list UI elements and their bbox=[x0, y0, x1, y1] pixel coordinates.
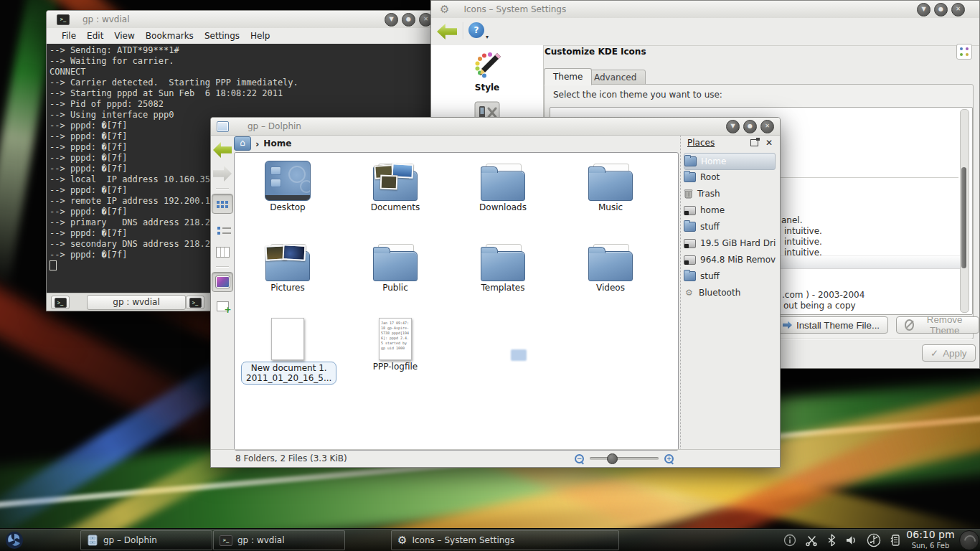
system-tray bbox=[783, 529, 901, 551]
zoom-out-icon[interactable]: − bbox=[575, 454, 584, 463]
dolphin-statusbar: 8 Folders, 2 Files (3.3 KiB) − + bbox=[211, 449, 780, 467]
close-panel-icon[interactable]: ✕ bbox=[765, 138, 773, 148]
select-theme-label: Select the icon theme you want to use: bbox=[553, 90, 722, 100]
place-stuff-2[interactable]: stuff bbox=[684, 268, 776, 284]
file-item-music[interactable]: Music bbox=[564, 154, 657, 212]
maximize-button[interactable]: ● bbox=[402, 13, 415, 27]
dolphin-titlebar[interactable]: gp – Dolphin ▼ ● ✕ bbox=[211, 118, 780, 136]
terminal-tab[interactable]: gp : wvdial bbox=[87, 295, 186, 310]
device-notifier-icon[interactable] bbox=[867, 533, 881, 547]
gear-icon: ⚙ bbox=[397, 534, 407, 547]
menu-view[interactable]: View bbox=[114, 31, 134, 41]
file-item-label: Videos bbox=[564, 283, 657, 293]
battery-icon[interactable] bbox=[890, 533, 901, 547]
place-stuff[interactable]: stuff bbox=[684, 219, 776, 235]
dolphin-icon bbox=[87, 534, 98, 546]
document-icon bbox=[271, 318, 304, 360]
clock-time: 06:10 pm bbox=[903, 529, 958, 540]
task-system-settings[interactable]: ⚙ Icons – System Settings bbox=[391, 530, 619, 550]
tab-theme[interactable]: Theme bbox=[544, 68, 592, 85]
file-item-ppp-logfile[interactable]: Jan 17 09:47:18 gp-Aspire-5738 pppd[1946… bbox=[349, 313, 442, 372]
remove-theme-button[interactable]: Remove Theme bbox=[896, 316, 979, 334]
volume-icon[interactable] bbox=[845, 534, 858, 547]
file-item-documents[interactable]: Documents bbox=[349, 154, 442, 212]
apply-button[interactable]: ✓ Apply bbox=[922, 344, 976, 362]
close-button[interactable]: ✕ bbox=[951, 3, 965, 17]
place-trash[interactable]: Trash bbox=[684, 186, 776, 202]
list-text-fragment: intuitive. bbox=[784, 226, 822, 236]
hard-drive-icon bbox=[684, 239, 696, 248]
icons-view-icon bbox=[217, 201, 220, 204]
menu-bookmarks[interactable]: Bookmarks bbox=[146, 31, 194, 41]
columns-view-icon bbox=[216, 247, 230, 258]
back-icon bbox=[213, 142, 232, 158]
place-home[interactable]: Home bbox=[684, 153, 776, 170]
file-item-videos[interactable]: Videos bbox=[564, 234, 657, 293]
check-icon: ✓ bbox=[930, 348, 938, 359]
task-konsole[interactable]: >_ gp : wvdial bbox=[213, 530, 345, 550]
file-item-downloads[interactable]: Downloads bbox=[456, 154, 550, 212]
zoom-slider-handle[interactable] bbox=[607, 453, 618, 464]
file-item-public[interactable]: Public bbox=[349, 234, 442, 293]
maximize-button[interactable]: ● bbox=[743, 120, 757, 133]
bluetooth-icon[interactable] bbox=[826, 534, 837, 547]
klipper-scissors-icon[interactable] bbox=[805, 534, 818, 547]
list-text-fragment: intuitive. bbox=[784, 248, 822, 258]
scrollbar-thumb[interactable] bbox=[961, 167, 966, 268]
back-button[interactable] bbox=[212, 141, 232, 159]
folder-icon bbox=[684, 271, 696, 281]
preview-button[interactable] bbox=[212, 272, 233, 292]
new-tab-button[interactable]: >_ bbox=[51, 296, 70, 309]
app-launcher-button[interactable] bbox=[0, 529, 29, 551]
forward-button[interactable] bbox=[212, 164, 232, 183]
columns-view-button[interactable] bbox=[212, 242, 232, 261]
breadcrumb-home[interactable]: Home bbox=[263, 138, 291, 149]
place-hard-drive[interactable]: 19.5 GiB Hard Drive bbox=[684, 235, 776, 251]
minimize-button[interactable]: ▼ bbox=[385, 13, 398, 27]
clock[interactable]: 06:10 pm Sun, 6 Feb bbox=[903, 529, 958, 551]
sidebar-item-style[interactable]: Style bbox=[431, 45, 543, 93]
place-home-device[interactable]: home bbox=[684, 202, 776, 218]
settings-titlebar[interactable]: ⚙ Icons – System Settings ▼ ● ✕ bbox=[431, 1, 979, 19]
file-item-templates[interactable]: Templates bbox=[456, 234, 550, 293]
maximize-button[interactable]: ● bbox=[934, 3, 948, 17]
dolphin-icon bbox=[217, 121, 229, 132]
menu-file[interactable]: File bbox=[62, 31, 76, 41]
icons-module-icon bbox=[956, 44, 972, 60]
tab-advanced[interactable]: Advanced bbox=[585, 70, 646, 85]
toolbar-separator bbox=[216, 266, 229, 267]
terminal-icon: >_ bbox=[55, 298, 67, 308]
menu-edit[interactable]: Edit bbox=[87, 31, 103, 41]
task-dolphin[interactable]: gp – Dolphin bbox=[80, 530, 212, 550]
install-theme-button[interactable]: Install Theme File... bbox=[774, 316, 888, 334]
details-view-button[interactable] bbox=[212, 219, 232, 237]
back-button[interactable] bbox=[437, 24, 457, 39]
float-panel-icon[interactable] bbox=[750, 139, 758, 146]
menu-help[interactable]: Help bbox=[250, 31, 270, 41]
konsole-titlebar[interactable]: >_ gp : wvdial ▼ ● ✕ bbox=[47, 11, 438, 29]
panel-toolbox-cashew[interactable] bbox=[959, 530, 979, 550]
home-icon[interactable]: ⌂ bbox=[234, 136, 251, 151]
tab-list-button[interactable]: >_ bbox=[186, 296, 204, 309]
zoom-in-icon[interactable]: + bbox=[664, 454, 674, 463]
icons-view-button[interactable] bbox=[212, 194, 233, 214]
minimize-button[interactable]: ▼ bbox=[726, 120, 740, 133]
toolbar-separator bbox=[463, 22, 463, 39]
file-item-pictures[interactable]: Pictures bbox=[241, 234, 334, 293]
menu-settings[interactable]: Settings bbox=[204, 31, 240, 41]
zoom-slider[interactable] bbox=[590, 457, 659, 460]
minimize-button[interactable]: ▼ bbox=[917, 3, 930, 17]
taskbar: gp – Dolphin >_ gp : wvdial ⚙ Icons – Sy… bbox=[0, 528, 980, 551]
place-bluetooth[interactable]: ⚙ Bluetooth bbox=[684, 285, 776, 301]
list-scrollbar[interactable] bbox=[960, 109, 969, 313]
file-item-new-document[interactable]: New document 1.2011_01_20_16_5... bbox=[241, 313, 334, 385]
info-icon[interactable] bbox=[783, 534, 796, 547]
close-button[interactable]: ✕ bbox=[760, 120, 774, 133]
file-item-desktop[interactable]: Desktop bbox=[241, 154, 334, 212]
place-removable[interactable]: 964.8 MiB Remov... bbox=[684, 252, 776, 268]
split-view-button[interactable] bbox=[212, 297, 232, 316]
place-root[interactable]: Root bbox=[684, 169, 776, 185]
file-item-label: PPP-logfile bbox=[349, 362, 442, 372]
status-text: 8 Folders, 2 Files (3.3 KiB) bbox=[235, 453, 347, 463]
help-button[interactable]: ? bbox=[468, 22, 484, 38]
